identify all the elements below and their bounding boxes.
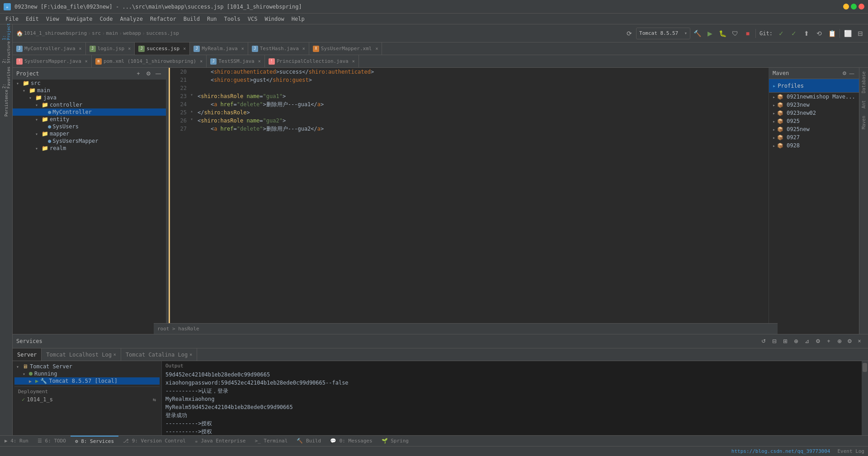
svc-close-btn[interactable]: × (854, 336, 864, 346)
bottom-tab-build[interactable]: 🔨 Build (292, 436, 326, 446)
stop-button[interactable]: ■ (742, 28, 754, 39)
svc-filter-btn[interactable]: ⊿ (802, 336, 812, 346)
profiles-section-header[interactable]: ▸ Profiles (769, 79, 859, 93)
fold-26[interactable]: ▾ (190, 117, 196, 122)
maven-profile-0928[interactable]: ▸ 📦 0928 (769, 141, 859, 150)
menu-item-help[interactable]: Help (288, 15, 308, 23)
project-add-btn[interactable]: + (134, 70, 142, 78)
debug-button[interactable]: 🐛 (717, 28, 728, 39)
services-tree-running[interactable]: ▾ Running (14, 370, 160, 377)
tab-myrealm[interactable]: J MyRealm.java × (190, 42, 248, 55)
menu-item-run[interactable]: Run (203, 15, 221, 23)
tab-testssm-close[interactable]: × (258, 59, 261, 64)
tab-loginjsp-close[interactable]: × (128, 46, 131, 51)
tree-item-java[interactable]: ▾ 📁 java (13, 94, 166, 101)
tab-principalcollection-close[interactable]: × (352, 59, 355, 64)
svc-add-btn[interactable]: ⊕ (791, 336, 801, 346)
git-update-button[interactable]: ✓ (788, 28, 800, 39)
tab-successjsp-close[interactable]: × (183, 46, 186, 51)
right-tab-maven[interactable]: Maven (859, 112, 868, 133)
tab-testhash[interactable]: J TestHash.java × (248, 42, 309, 55)
menu-item-window[interactable]: Window (261, 15, 288, 23)
bottom-tab-terminal[interactable]: >_ Terminal (250, 436, 292, 446)
menu-item-build[interactable]: Build (180, 15, 203, 23)
build-button[interactable]: 🔨 (691, 28, 703, 39)
tab-sysusersmapper[interactable]: ! SysUsersMapper.java × (13, 55, 92, 67)
maven-profile-0927[interactable]: ▸ 📦 0927 (769, 133, 859, 141)
services-tab-catalina-log[interactable]: Tomcat Catalina Log × (121, 348, 197, 361)
tree-item-controller[interactable]: ▾ 📁 controller (13, 101, 166, 108)
maximize-button[interactable] (851, 4, 857, 9)
tab-mycontroller-close[interactable]: × (79, 46, 82, 51)
fold-25[interactable]: ▴ (190, 108, 196, 113)
maven-profile-0925[interactable]: ▸ 📦 0925 (769, 117, 859, 125)
tab-loginjsp[interactable]: J login.jsp × (86, 42, 135, 55)
tree-item-realm[interactable]: ▾ 📁 realm (13, 145, 166, 152)
tree-item-sysusersmapper[interactable]: ● SysUsersMapper (13, 137, 166, 145)
right-tab-art[interactable]: Ant (859, 97, 868, 112)
maven-profile-0923new02[interactable]: ▸ 📦 0923new02 (769, 109, 859, 117)
git-check-button[interactable]: ✓ (775, 28, 787, 39)
svc-refresh-btn[interactable]: ↺ (759, 336, 769, 346)
tree-item-main[interactable]: ▾ 📁 main (13, 87, 166, 94)
tab-successjsp[interactable]: J success.jsp × (135, 42, 190, 55)
services-tree-tomcat-server[interactable]: ▾ 🖥 Tomcat Server (14, 363, 160, 370)
run-button[interactable]: ▶ (704, 28, 716, 39)
tree-item-entity[interactable]: ▾ 📁 entity (13, 116, 166, 123)
svc-external-btn[interactable]: ⊕ (835, 336, 844, 346)
structure-sidebar-icon[interactable]: 2: Structure (1, 47, 12, 58)
tab-pomxml-close[interactable]: × (200, 59, 203, 64)
tab-testhash-close[interactable]: × (302, 46, 305, 51)
git-annotate-button[interactable]: 📋 (826, 28, 838, 39)
bottom-tab-javaee[interactable]: ☕ Java Enterprise (190, 436, 250, 446)
bottom-tab-spring[interactable]: 🌱 Spring (377, 436, 413, 446)
maven-minimize-btn[interactable]: — (848, 70, 855, 77)
deployment-arrows[interactable]: ⇆ (153, 396, 156, 403)
maven-profile-0921[interactable]: ▸ 📦 0921newmishop Mave... (769, 93, 859, 101)
status-bar-link[interactable]: https://blog.csdn.net/qq_39773004 (731, 448, 830, 454)
menu-item-vcs[interactable]: VCS (244, 15, 261, 23)
bottom-tab-todo[interactable]: ☰ 6: TODO (33, 436, 71, 446)
services-tab-catalina-close[interactable]: × (189, 352, 192, 357)
bottom-tab-vcs[interactable]: ⎇ 9: Version Control (118, 436, 190, 446)
bottom-tab-messages[interactable]: 💬 0: Messages (326, 436, 377, 446)
menu-item-view[interactable]: View (42, 15, 63, 23)
minimize-button[interactable] (843, 4, 849, 9)
git-push-button[interactable]: ⬆ (801, 28, 812, 39)
tree-item-mapper[interactable]: ▾ 📁 mapper (13, 130, 166, 137)
tab-sysusermapperxml-close[interactable]: × (375, 46, 378, 51)
svc-gear-btn[interactable]: ⚙ (844, 336, 854, 346)
tab-sysusersmapper-close[interactable]: × (85, 59, 88, 64)
code-editor[interactable]: 20 <shiro:authenticated>success</shiro:a… (166, 68, 769, 334)
tree-item-mycontroller[interactable]: ● MyController (13, 108, 166, 116)
maven-profile-0925new[interactable]: ▸ 📦 0925new (769, 125, 859, 133)
project-sidebar-icon[interactable]: 1: Project (1, 26, 12, 37)
services-tab-localhost-close[interactable]: × (113, 352, 116, 357)
sync-button[interactable]: ⟳ (623, 28, 635, 39)
menu-item-file[interactable]: File (2, 15, 22, 23)
svc-expand-btn[interactable]: ⊞ (780, 336, 790, 346)
menu-item-tools[interactable]: Tools (221, 15, 244, 23)
services-tab-localhost-log[interactable]: Tomcat Localhost Log × (42, 348, 121, 361)
tab-mycontroller[interactable]: J MyController.java × (13, 42, 86, 55)
bottom-tab-services[interactable]: ⚙ 8: Services (71, 436, 118, 446)
run-config-dropdown[interactable]: Tomcat 8.5.57 ▾ (636, 28, 690, 39)
project-settings-btn[interactable]: ⚙ (144, 70, 152, 78)
bottom-tab-run[interactable]: ▶ 4: Run (0, 436, 33, 446)
right-tab-database[interactable]: Database (859, 68, 868, 97)
layout-button[interactable]: ⊟ (854, 28, 866, 39)
project-minimize-btn[interactable]: — (154, 70, 162, 78)
svc-group-btn[interactable]: ⊟ (769, 336, 779, 346)
settings-layout-button[interactable]: ⬜ (842, 28, 854, 39)
favorites-sidebar-icon[interactable]: 2: Favorites (1, 72, 12, 83)
maven-profile-0923new[interactable]: ▸ 📦 0923new (769, 101, 859, 109)
tree-item-src[interactable]: ▾ 📁 src (13, 80, 166, 87)
services-tab-server[interactable]: Server (13, 348, 42, 361)
menu-item-refactor[interactable]: Refactor (146, 15, 180, 23)
breadcrumb-project[interactable]: 🏠 (16, 30, 23, 37)
event-log-label[interactable]: Event Log (837, 448, 864, 454)
tab-principalcollection[interactable]: ! PrincipalCollection.java × (265, 55, 359, 67)
tab-testssm[interactable]: J TestSSM.java × (207, 55, 265, 67)
services-tree-tomcat-local[interactable]: ▶ ▶ 🔧 Tomcat 8.5.57 [local] (14, 377, 160, 385)
close-button[interactable] (859, 4, 864, 9)
